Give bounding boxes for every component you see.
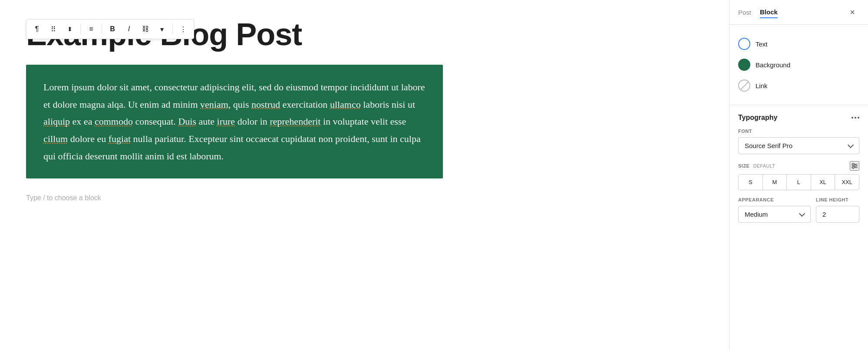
text-color-radio-inner [743,43,746,45]
size-field-label: SIZE [738,163,749,168]
link-color-label: Link [756,82,768,89]
typography-menu-button[interactable] [851,117,859,119]
underline-word: aliquip [43,116,70,127]
block-toolbar: ¶ ⠿ ⬍ ≡ B I ⛓ ▾ ⋮ [26,19,194,39]
text-color-label: Text [756,40,768,48]
appearance-select[interactable]: Medium [738,206,811,223]
background-color-swatch[interactable] [738,59,750,71]
background-color-label: Background [756,61,790,69]
toolbar-divider-3 [172,24,173,34]
font-field-label: FONT [738,129,859,134]
dot-1 [851,117,853,119]
appearance-chevron-icon [799,210,805,216]
size-sliders-button[interactable] [850,161,859,171]
paragraph-text: Lorem ipsum dolor sit amet, consectetur … [43,79,426,165]
paragraph-type-button[interactable]: ¶ [29,21,45,37]
underline-word: cillum [43,133,68,144]
move-up-down-button[interactable]: ⬍ [62,21,78,37]
italic-button[interactable]: I [121,21,137,37]
add-block-placeholder[interactable]: Type / to choose a block [26,189,703,207]
size-default-badge: DEFAULT [753,163,775,168]
appearance-row: APPEARANCE Medium LINE HEIGHT [738,197,859,223]
dot-2 [855,117,856,119]
font-select[interactable]: Source Serif Pro [738,137,859,154]
sliders-icon [851,162,858,170]
typography-section-header: Typography [738,114,859,122]
line-height-input[interactable] [816,206,859,223]
colors-section: Text Background Link [729,25,868,105]
bold-button[interactable]: B [105,21,120,37]
appearance-select-value: Medium [745,211,768,218]
appearance-col: APPEARANCE Medium [738,197,811,223]
underline-word: fugiat [109,133,131,144]
size-m-button[interactable]: M [763,175,787,190]
toolbar-divider-1 [80,24,81,34]
line-height-field-label: LINE HEIGHT [816,197,859,202]
size-buttons-group: S M L XL XXL [738,174,859,190]
font-select-value: Source Serif Pro [745,142,792,149]
text-color-option[interactable]: Text [738,33,859,54]
svg-point-5 [852,167,854,168]
typography-section: Typography FONT Source Serif Pro SIZE DE… [729,105,868,231]
size-xl-button[interactable]: XL [811,175,835,190]
link-button[interactable]: ⛓ [138,21,153,37]
svg-point-3 [852,163,854,165]
sidebar: Post Block × Text Background Link Typogr… [729,0,868,350]
typography-section-title: Typography [738,114,777,122]
underline-word: Duis [178,116,196,127]
underline-word: commodo [95,116,133,127]
tab-block[interactable]: Block [760,7,778,18]
paragraph-block[interactable]: Lorem ipsum dolor sit amet, consectetur … [26,65,443,178]
size-s-button[interactable]: S [739,175,763,190]
underline-word: nostrud [251,99,280,110]
drag-handle-button[interactable]: ⠿ [46,21,61,37]
line-height-col: LINE HEIGHT [816,197,859,223]
editor-area: ¶ ⠿ ⬍ ≡ B I ⛓ ▾ ⋮ Example Blog Post Lore… [0,0,729,350]
size-xxl-button[interactable]: XXL [835,175,859,190]
vertical-dots-icon [851,117,859,119]
appearance-field-label: APPEARANCE [738,197,811,202]
sidebar-tabs: Post Block [738,7,778,18]
underline-word: reprehenderit [270,116,320,127]
size-l-button[interactable]: L [787,175,811,190]
close-sidebar-button[interactable]: × [845,5,859,19]
text-color-radio[interactable] [738,38,750,50]
tab-post[interactable]: Post [738,7,751,18]
chevron-down-icon [848,142,854,148]
size-field-header: SIZE DEFAULT [738,161,859,171]
link-color-option[interactable]: Link [738,75,859,96]
underline-word: veniam, [200,99,231,110]
sidebar-header: Post Block × [729,0,868,25]
link-color-swatch[interactable] [738,79,750,92]
underline-word: ullamco [330,99,361,110]
align-button[interactable]: ≡ [83,21,99,37]
block-options-button[interactable]: ⋮ [175,21,191,37]
more-options-button[interactable]: ▾ [154,21,170,37]
underline-word: irure [217,116,235,127]
toolbar-divider-2 [102,24,102,34]
background-color-option[interactable]: Background [738,54,859,75]
dot-3 [858,117,859,119]
svg-point-4 [855,165,856,167]
